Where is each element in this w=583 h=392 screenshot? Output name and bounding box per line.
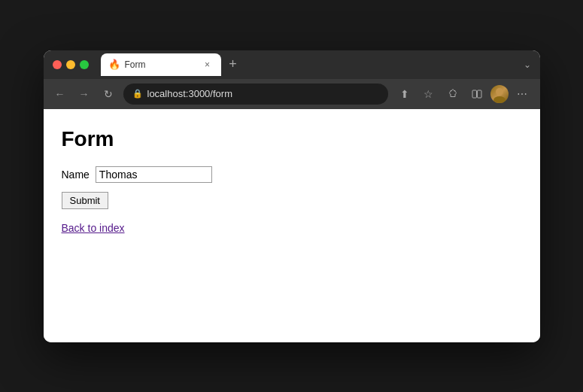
back-nav-button[interactable]: ← [51,85,69,103]
tab-favicon: 🔥 [108,59,120,70]
close-button[interactable] [53,60,62,69]
forward-nav-button[interactable]: → [75,85,93,103]
browser-window: 🔥 Form × + ⌄ ← → ↻ 🔒 localhost:3000/form… [44,50,540,342]
tab-expand-icon[interactable]: ⌄ [524,59,531,70]
page-title: Form [62,127,522,151]
url-path: :3000/form [186,88,232,99]
page-content: Form Name Submit Back to index [44,109,540,342]
tab-title: Form [125,59,197,70]
menu-icon[interactable]: ⋯ [512,84,533,105]
svg-rect-0 [472,90,477,98]
reload-button[interactable]: ↻ [99,85,117,103]
address-bar: ← → ↻ 🔒 localhost:3000/form ⬆ ☆ [44,79,540,109]
minimize-button[interactable] [66,60,75,69]
profile-avatar[interactable] [490,85,509,103]
maximize-button[interactable] [80,60,89,69]
split-view-icon[interactable] [466,84,487,105]
url-host: localhost [147,88,186,99]
url-bar[interactable]: 🔒 localhost:3000/form [123,84,388,105]
tabs-area: 🔥 Form × + [101,53,518,76]
new-tab-button[interactable]: + [224,56,242,74]
title-bar: 🔥 Form × + ⌄ [44,50,540,79]
submit-row: Submit [62,192,522,221]
submit-button[interactable]: Submit [62,192,108,209]
back-to-index-link[interactable]: Back to index [62,222,125,234]
extensions-icon[interactable] [442,84,463,105]
tab-close-icon[interactable]: × [202,59,214,71]
traffic-lights [53,60,89,69]
name-input[interactable] [96,166,212,183]
star-icon[interactable]: ☆ [418,84,439,105]
name-label: Name [62,169,90,181]
url-text: localhost:3000/form [147,88,232,99]
svg-point-2 [496,88,503,96]
name-form-row: Name [62,166,522,183]
svg-rect-1 [477,90,481,98]
toolbar-icons: ⬆ ☆ ⋯ [394,84,533,105]
active-tab[interactable]: 🔥 Form × [101,53,221,76]
share-icon[interactable]: ⬆ [394,84,415,105]
lock-icon: 🔒 [132,89,143,99]
svg-point-3 [493,96,506,103]
